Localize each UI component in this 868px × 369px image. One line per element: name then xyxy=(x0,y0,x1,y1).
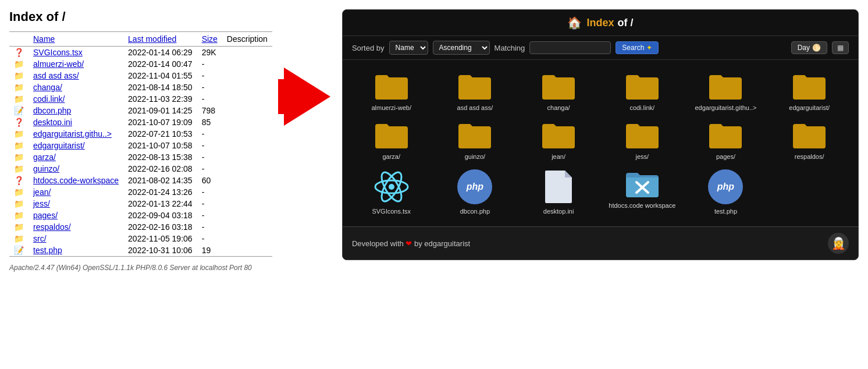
list-item[interactable]: codi.link/ xyxy=(605,72,680,111)
file-link[interactable]: SVGIcons.tsx xyxy=(33,48,83,57)
item-label: changa/ xyxy=(547,104,570,111)
file-link[interactable]: jean/ xyxy=(33,187,51,197)
col-modified[interactable]: Last modified xyxy=(123,32,197,47)
file-link[interactable]: garza/ xyxy=(33,152,56,162)
file-desc xyxy=(222,163,272,175)
file-name-cell[interactable]: dbcon.php xyxy=(29,105,123,116)
file-size: - xyxy=(197,128,222,140)
file-size: 29K xyxy=(197,47,222,59)
file-modified: 2021-09-01 14:25 xyxy=(123,105,197,116)
search-button[interactable]: Search ✦ xyxy=(616,41,659,54)
file-link[interactable]: src/ xyxy=(33,234,47,243)
file-name-cell[interactable]: edgarguitarist/ xyxy=(29,140,123,151)
file-name-cell[interactable]: garza/ xyxy=(29,151,123,163)
file-link[interactable]: almuerzi-web/ xyxy=(33,59,84,69)
file-size: 60 xyxy=(197,175,222,186)
folder-icon: 📁 xyxy=(14,83,24,92)
list-item[interactable]: changa/ xyxy=(521,72,596,111)
file-link[interactable]: desktop.ini xyxy=(33,118,72,127)
list-item[interactable]: garza/ xyxy=(354,120,429,160)
file-name-cell[interactable]: SVGIcons.tsx xyxy=(29,47,123,59)
table-row: 📁almuerzi-web/2022-01-14 00:47- xyxy=(9,58,272,70)
search-input[interactable] xyxy=(529,41,611,54)
file-link[interactable]: htdocs.code-workspace xyxy=(33,176,119,185)
file-link[interactable]: changa/ xyxy=(33,83,62,92)
file-modified: 2021-08-02 14:35 xyxy=(123,175,197,186)
file-icon-cell: 📁 xyxy=(9,198,29,210)
file-modified: 2022-10-31 10:06 xyxy=(123,244,197,257)
col-name[interactable]: Name xyxy=(29,32,123,47)
file-name-cell[interactable]: jess/ xyxy=(29,198,123,210)
list-item[interactable]: phpdbcon.php xyxy=(438,169,513,215)
file-name-cell[interactable]: desktop.ini xyxy=(29,116,123,128)
folder-icon xyxy=(541,72,576,101)
file-icon-cell: 📁 xyxy=(9,93,29,105)
file-name-cell[interactable]: jean/ xyxy=(29,186,123,198)
file-link[interactable]: edgarguitarist.githu..> xyxy=(33,129,112,139)
file-name-cell[interactable]: src/ xyxy=(29,233,123,244)
file-link[interactable]: respaldos/ xyxy=(33,222,71,232)
folder-icon: 📁 xyxy=(14,199,24,208)
file-name-cell[interactable]: asd asd ass/ xyxy=(29,70,123,81)
file-name-cell[interactable]: pages/ xyxy=(29,210,123,221)
sorted-by-label: Sorted by xyxy=(352,44,385,52)
folder-icon: 📁 xyxy=(14,234,24,243)
file-link[interactable]: edgarguitarist/ xyxy=(33,141,85,150)
list-item[interactable]: respaldos/ xyxy=(772,120,846,160)
file-link[interactable]: dbcon.php xyxy=(33,106,71,115)
file-link[interactable]: codi.link/ xyxy=(33,94,65,104)
file-icon-cell: ❓ xyxy=(9,116,29,128)
item-label: htdocs.code workspace xyxy=(609,202,675,209)
item-label: dbcon.php xyxy=(460,208,490,215)
list-item[interactable]: edgarguitarist/ xyxy=(772,72,846,111)
order-select[interactable]: AscendingDescending xyxy=(433,41,490,55)
file-desc xyxy=(222,81,272,93)
file-size: - xyxy=(197,210,222,221)
title-of-slash: of / xyxy=(617,17,633,29)
list-item[interactable]: pages/ xyxy=(689,120,763,160)
file-desc xyxy=(222,47,272,59)
sun-icon: 🌕 xyxy=(812,44,821,52)
file-link[interactable]: pages/ xyxy=(33,211,58,220)
folder-icon xyxy=(374,72,409,101)
file-modified: 2022-11-04 01:55 xyxy=(123,70,197,81)
file-name-cell[interactable]: almuerzi-web/ xyxy=(29,58,123,70)
file-link[interactable]: jess/ xyxy=(33,199,50,208)
file-name-cell[interactable]: edgarguitarist.githu..> xyxy=(29,128,123,140)
dark-footer: Developed with ❤ by edgarguitarist 🧝 xyxy=(343,226,858,260)
list-item[interactable]: asd asd ass/ xyxy=(438,72,513,111)
sort-select[interactable]: NameDateSize xyxy=(389,41,428,55)
grid-toggle-button[interactable]: ▦ xyxy=(832,41,849,54)
file-name-cell[interactable]: codi.link/ xyxy=(29,93,123,105)
file-name-cell[interactable]: test.php xyxy=(29,244,123,257)
folder-icon: 📁 xyxy=(14,71,24,80)
file-link[interactable]: asd asd ass/ xyxy=(33,71,79,80)
list-item[interactable]: edgarguitarist.githu..> xyxy=(689,72,763,111)
list-item[interactable]: phptest.php xyxy=(689,169,763,215)
file-php-icon: 📝 xyxy=(14,246,24,255)
item-label: SVGIcons.tsx xyxy=(372,208,411,215)
list-item[interactable]: almuerzi-web/ xyxy=(354,72,429,111)
list-item[interactable]: guinzo/ xyxy=(438,120,513,160)
file-modified: 2022-01-14 06:29 xyxy=(123,47,197,59)
day-button[interactable]: Day 🌕 xyxy=(791,41,827,54)
file-link[interactable]: guinzo/ xyxy=(33,164,59,173)
file-name-cell[interactable]: guinzo/ xyxy=(29,163,123,175)
list-item[interactable]: htdocs.code workspace xyxy=(605,169,680,215)
list-item[interactable]: desktop.ini xyxy=(521,169,596,215)
list-item[interactable]: SVGIcons.tsx xyxy=(354,169,429,215)
file-icon-cell: ❓ xyxy=(9,47,29,59)
file-link[interactable]: test.php xyxy=(33,246,62,255)
file-size: - xyxy=(197,151,222,163)
file-name-cell[interactable]: respaldos/ xyxy=(29,221,123,233)
col-size[interactable]: Size xyxy=(197,32,222,47)
file-modified: 2022-07-21 10:53 xyxy=(123,128,197,140)
folder-icon: 📁 xyxy=(14,211,24,220)
file-name-cell[interactable]: htdocs.code-workspace xyxy=(29,175,123,186)
file-name-cell[interactable]: changa/ xyxy=(29,81,123,93)
list-item[interactable]: jess/ xyxy=(605,120,680,160)
list-item[interactable]: jean/ xyxy=(521,120,596,160)
react-icon xyxy=(374,169,409,204)
dark-header: 🏠 Index of / xyxy=(343,10,858,36)
avatar-emoji: 🧝 xyxy=(831,236,846,250)
